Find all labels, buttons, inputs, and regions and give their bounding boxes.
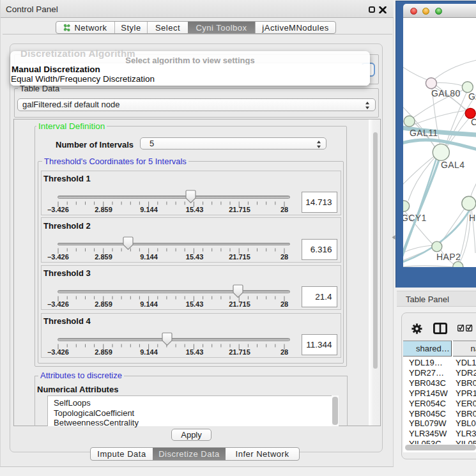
svg-text:GA: GA [468, 91, 476, 102]
svg-text:HAP2: HAP2 [436, 252, 461, 262]
svg-text:GAL4: GAL4 [441, 160, 464, 170]
svg-text:GAL11: GAL11 [410, 128, 438, 138]
svg-text:GCY1: GCY1 [403, 213, 427, 223]
svg-text:GAL80: GAL80 [431, 88, 461, 98]
svg-text:H: H [469, 213, 476, 223]
svg-text:C: C [471, 117, 476, 127]
